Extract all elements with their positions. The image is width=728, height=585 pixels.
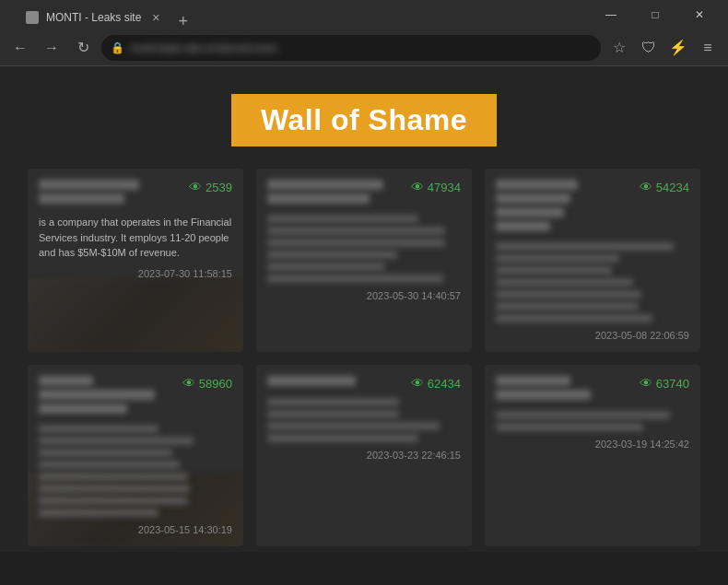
- close-button[interactable]: ✕: [678, 0, 721, 29]
- cards-grid: 👁 2539 is a company that operates in the…: [28, 169, 700, 546]
- bookmark-button[interactable]: ☆: [606, 35, 632, 61]
- back-button[interactable]: ←: [7, 35, 33, 61]
- card-header: 👁 62434: [267, 376, 461, 391]
- view-count: 47934: [428, 181, 461, 194]
- browser-tab[interactable]: MONTI - Leaks site ×: [15, 4, 171, 31]
- card-header: 👁 58960: [39, 376, 232, 417]
- eye-icon: 👁: [411, 376, 424, 391]
- eye-icon: 👁: [640, 376, 652, 391]
- card-title-block: [39, 376, 175, 417]
- page-title: Wall of Shame: [231, 94, 497, 146]
- eye-icon: 👁: [640, 180, 652, 194]
- menu-button[interactable]: ≡: [695, 35, 721, 61]
- title-bar: MONTI - Leaks site × + — □ ✕: [0, 0, 728, 29]
- address-bar[interactable]: 🔒 monti-leaks-site-url-blurred.onion: [101, 35, 601, 61]
- card-title-block: [496, 376, 632, 404]
- page-content: Wall of Shame 👁 2539 is a company that o…: [0, 66, 728, 552]
- card-title-block: [496, 180, 632, 235]
- card-body: [496, 411, 689, 431]
- eye-icon: 👁: [189, 180, 202, 194]
- card-timestamp: 2023-05-15 14:30:19: [39, 524, 232, 535]
- card-header: 👁 63740: [496, 376, 689, 404]
- address-text: monti-leaks-site-url-blurred.onion: [130, 42, 592, 53]
- page-header: Wall of Shame: [28, 85, 700, 146]
- card-item[interactable]: 👁 62434 2023-03-23 22:46:15: [256, 365, 472, 546]
- card-header: 👁 54234: [496, 180, 689, 235]
- shield-button[interactable]: 🛡: [636, 35, 662, 61]
- window-controls: — □ ✕: [590, 0, 721, 29]
- view-count: 2539: [205, 181, 232, 194]
- card-timestamp: 2023-05-08 22:06:59: [496, 330, 689, 341]
- view-count: 63740: [656, 377, 689, 391]
- card-title-block: [39, 180, 182, 207]
- card-item[interactable]: 👁 2539 is a company that operates in the…: [28, 169, 243, 352]
- tab-close-button[interactable]: ×: [152, 10, 159, 25]
- new-tab-button[interactable]: +: [179, 12, 189, 31]
- nav-bar: ← → ↻ 🔒 monti-leaks-site-url-blurred.oni…: [0, 29, 728, 66]
- maximize-button[interactable]: □: [634, 0, 676, 29]
- view-count: 58960: [199, 377, 232, 391]
- card-views: 👁 58960: [182, 376, 232, 391]
- reload-button[interactable]: ↻: [70, 35, 96, 61]
- card-header: 👁 2539: [39, 180, 232, 207]
- eye-icon: 👁: [182, 376, 195, 391]
- card-body: [39, 425, 232, 517]
- card-timestamp: 2023-07-30 11:58:15: [39, 268, 232, 279]
- page-inner: Wall of Shame 👁 2539 is a company that o…: [0, 66, 728, 552]
- card-title-block: [267, 180, 404, 207]
- card-description: is a company that operates in the Financ…: [39, 215, 232, 261]
- security-icon: 🔒: [111, 41, 124, 54]
- card-views: 👁 62434: [411, 376, 461, 391]
- card-body: [496, 242, 689, 322]
- card-views: 👁 54234: [640, 180, 689, 194]
- card-item[interactable]: 👁 58960 2023-05-15 14:30:19: [28, 365, 243, 546]
- card-timestamp: 2023-05-30 14:40:57: [267, 290, 461, 301]
- card-item[interactable]: 👁 47934 2023-05-30 14:40:57: [256, 169, 472, 352]
- card-views: 👁 47934: [411, 180, 461, 194]
- tab-favicon: [26, 11, 39, 24]
- eye-icon: 👁: [411, 180, 424, 194]
- card-item[interactable]: 👁 54234 2023-05-08 22:06:59: [485, 169, 700, 352]
- browser-chrome: MONTI - Leaks site × + — □ ✕ ← → ↻ 🔒 mon…: [0, 0, 728, 66]
- tab-label: MONTI - Leaks site: [46, 11, 141, 24]
- card-body: is a company that operates in the Financ…: [39, 215, 232, 261]
- view-count: 54234: [656, 181, 689, 194]
- forward-button[interactable]: →: [39, 35, 65, 61]
- card-views: 👁 2539: [189, 180, 232, 194]
- card-title-block: [267, 376, 404, 390]
- nav-actions: ☆ 🛡 ⚡ ≡: [606, 35, 721, 61]
- card-timestamp: 2023-03-19 14:25:42: [496, 439, 689, 450]
- card-body: [267, 398, 461, 442]
- card-header: 👁 47934: [267, 180, 461, 207]
- minimize-button[interactable]: —: [590, 0, 632, 29]
- card-timestamp: 2023-03-23 22:46:15: [267, 450, 461, 461]
- extensions-button[interactable]: ⚡: [665, 35, 691, 61]
- tab-bar: MONTI - Leaks site × +: [7, 0, 590, 31]
- card-views: 👁 63740: [640, 376, 689, 391]
- card-item[interactable]: 👁 63740 2023-03-19 14:25:42: [485, 365, 700, 546]
- view-count: 62434: [428, 377, 461, 391]
- card-body: [267, 215, 461, 283]
